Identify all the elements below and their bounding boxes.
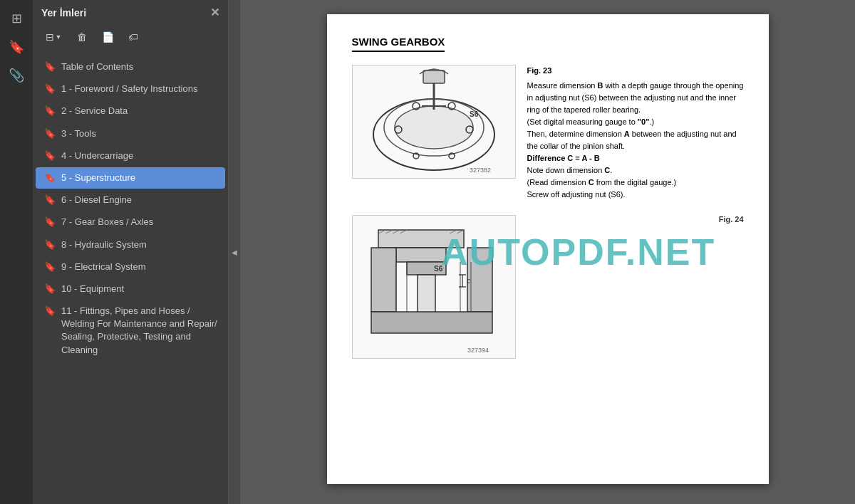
figure-23-caption: Fig. 23 Measure dimension B with a depth… <box>527 65 744 201</box>
bookmark-icon-8: 🔖 <box>44 239 56 250</box>
arrow-down-icon: ▼ <box>56 33 62 41</box>
bookmark-label-11: 11 - Fittings, Pipes and Hoses / Welding… <box>61 305 218 357</box>
bookmark-label-1: 1 - Foreword / Safety Instructions <box>61 83 218 95</box>
bookmark-list: 🔖 Table of Contents 🔖 1 - Foreword / Saf… <box>33 53 228 504</box>
chevron-left-icon: ◀ <box>232 248 237 256</box>
figure-23-svg: S6 327382 <box>359 67 509 177</box>
bookmark-label-0: Table of Contents <box>61 61 218 73</box>
bookmark-label-7: 7 - Gear Boxes / Axles <box>61 216 218 229</box>
bookmark-item-6[interactable]: 🔖 6 - Diesel Engine <box>36 189 225 211</box>
fig23-label: Fig. 23 <box>527 65 744 77</box>
figure-23-block: S6 327382 Fig. 23 Measure dimension B wi… <box>352 65 744 201</box>
bookmark-icon-10: 🔖 <box>44 283 56 294</box>
bookmark-panel-icon[interactable]: 🔖 <box>4 34 29 60</box>
bookmark-icon-11: 🔖 <box>44 305 56 316</box>
figure-23-image: S6 327382 <box>352 65 516 179</box>
main-content: AUTOPDF.NET SWING GEARBOX <box>240 0 855 504</box>
bookmark-label-9: 9 - Electrical System <box>61 261 218 273</box>
bookmark-label-5: 5 - Superstructure <box>61 172 218 184</box>
svg-rect-10 <box>423 70 445 83</box>
bookmark-item-2[interactable]: 🔖 2 - Service Data <box>36 100 225 122</box>
svg-rect-20 <box>371 312 492 333</box>
bookmark-item-0[interactable]: 🔖 Table of Contents <box>36 56 225 78</box>
bookmark-label-2: 2 - Service Data <box>61 105 218 117</box>
figure-24-image: c S6 327394 <box>352 215 516 359</box>
panel-title: Yer İmleri <box>41 7 86 19</box>
figure-24-block: c S6 327394 Fig. 24 <box>352 215 744 359</box>
bookmark-icon-7: 🔖 <box>44 216 56 227</box>
expand-icon: ⊟ <box>46 31 54 43</box>
panel-toolbar: ⊟ ▼ 🗑 📄 🏷 <box>33 24 228 53</box>
left-toolbar: ⊞ 🔖 📎 <box>0 0 33 504</box>
figure-24-caption-area: Fig. 24 <box>527 215 744 359</box>
bookmark-item-7[interactable]: 🔖 7 - Gear Boxes / Axles <box>36 211 225 233</box>
bookmark-item-3[interactable]: 🔖 3 - Tools <box>36 123 225 145</box>
bookmark-item-5[interactable]: 🔖 5 - Superstructure <box>36 167 225 189</box>
bookmark-icon-0: 🔖 <box>44 61 56 72</box>
properties-bookmark-button[interactable]: 🏷 <box>123 27 144 47</box>
bookmark-item-9[interactable]: 🔖 9 - Electrical System <box>36 256 225 278</box>
bookmark-label-4: 4 - Undercarriage <box>61 149 218 162</box>
layers-icon[interactable]: ⊞ <box>4 6 29 31</box>
bookmark-icon-5: 🔖 <box>44 172 56 183</box>
svg-point-2 <box>395 106 473 149</box>
svg-text:c: c <box>467 277 470 285</box>
bookmark-item-11[interactable]: 🔖 11 - Fittings, Pipes and Hoses / Weldi… <box>36 300 225 361</box>
fig24-label: Fig. 24 <box>527 215 744 224</box>
close-panel-button[interactable]: ✕ <box>210 7 219 19</box>
bookmark-icon-1: 🔖 <box>44 83 56 94</box>
new-bookmark-button[interactable]: 📄 <box>97 27 118 47</box>
bookmark-label-6: 6 - Diesel Engine <box>61 194 218 206</box>
page-title: SWING GEARBOX <box>352 36 445 52</box>
pdf-page: SWING GEARBOX <box>327 14 769 484</box>
bookmark-item-10[interactable]: 🔖 10 - Equipment <box>36 278 225 300</box>
svg-text:S6: S6 <box>434 265 443 273</box>
fig23-text: Measure dimension B with a depth gauge t… <box>527 80 744 201</box>
bookmarks-panel: Yer İmleri ✕ ⊟ ▼ 🗑 📄 🏷 🔖 Table of Conten… <box>33 0 229 504</box>
bookmark-icon-9: 🔖 <box>44 261 56 272</box>
bookmark-label-10: 10 - Equipment <box>61 283 218 295</box>
paperclip-icon[interactable]: 📎 <box>4 63 29 88</box>
expand-collapse-button[interactable]: ⊟ ▼ <box>40 27 67 47</box>
bookmark-label-3: 3 - Tools <box>61 127 218 140</box>
panel-header: Yer İmleri ✕ <box>33 0 228 24</box>
bookmark-item-4[interactable]: 🔖 4 - Undercarriage <box>36 145 225 167</box>
svg-text:327382: 327382 <box>470 167 491 174</box>
bookmark-item-1[interactable]: 🔖 1 - Foreword / Safety Instructions <box>36 78 225 100</box>
bookmark-icon-6: 🔖 <box>44 194 56 205</box>
bookmark-item-8[interactable]: 🔖 8 - Hydraulic System <box>36 234 225 256</box>
svg-rect-15 <box>396 248 446 262</box>
svg-rect-18 <box>371 248 396 312</box>
bookmark-icon-2: 🔖 <box>44 105 56 116</box>
collapse-handle[interactable]: ◀ <box>229 0 240 504</box>
bookmark-label-8: 8 - Hydraulic System <box>61 238 218 251</box>
svg-text:S6: S6 <box>470 110 479 118</box>
bookmark-icon-4: 🔖 <box>44 150 56 161</box>
delete-bookmark-button[interactable]: 🗑 <box>71 27 93 47</box>
figure-24-svg: c S6 327394 <box>357 216 510 358</box>
bookmark-icon-3: 🔖 <box>44 128 56 139</box>
svg-text:327394: 327394 <box>467 347 489 354</box>
